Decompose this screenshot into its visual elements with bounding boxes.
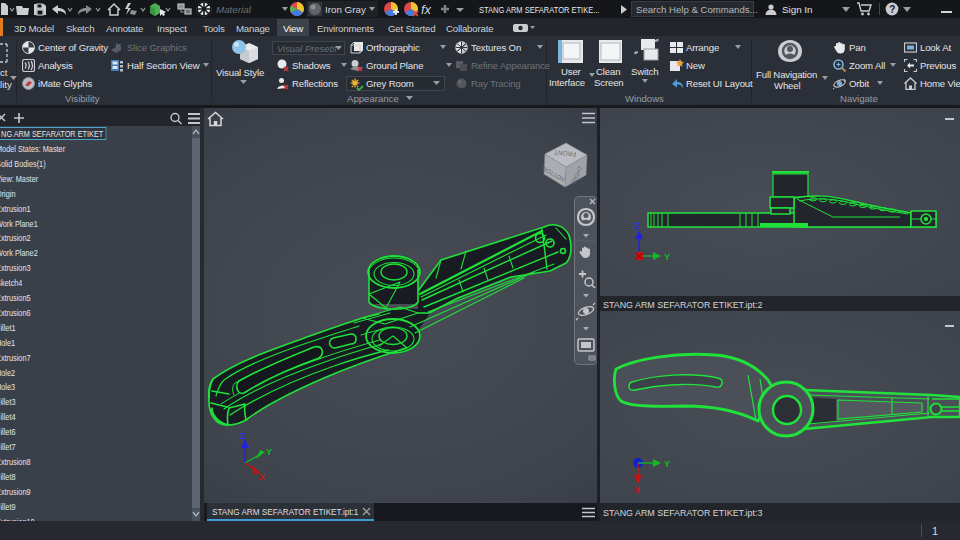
svg-text:X: X xyxy=(634,485,640,495)
svg-text:Z: Z xyxy=(634,221,640,231)
svg-text:X: X xyxy=(259,472,265,482)
svg-text:Z: Z xyxy=(240,431,246,441)
svg-text:fx: fx xyxy=(421,2,432,17)
svg-text:Material: Material xyxy=(216,4,252,15)
svg-text:Y: Y xyxy=(266,447,272,457)
svg-text:Y: Y xyxy=(664,252,670,262)
svg-text:Iron Gray: Iron Gray xyxy=(325,4,366,15)
svg-text:?: ? xyxy=(889,4,895,15)
svg-text:Y: Y xyxy=(664,459,670,469)
